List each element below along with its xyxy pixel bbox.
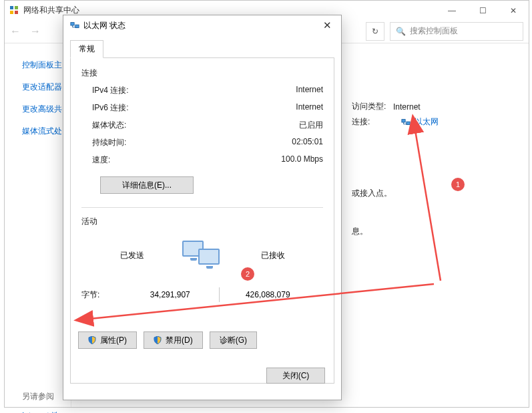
access-label: 访问类型: (352, 101, 393, 112)
shield-icon (154, 336, 162, 344)
tab-general[interactable]: 常规 (70, 40, 103, 58)
group-connection: 连接 (81, 67, 323, 79)
minimize-button[interactable]: — (437, 1, 467, 19)
bytes-label: 字节: (81, 289, 121, 301)
search-icon: 🔍 (396, 27, 406, 36)
received-label: 已接收 (229, 250, 316, 261)
access-row: 访问类型: Internet (352, 101, 529, 112)
duration-label: 持续时间: (92, 137, 126, 148)
connection-row: 连接: 以太网 (352, 116, 529, 128)
dialog-titlebar: 以太网 状态 ✕ (63, 15, 341, 35)
ipv4-label: IPv4 连接: (92, 85, 129, 96)
bg-window-controls: — ☐ ✕ (437, 1, 529, 19)
search-placeholder: 搜索控制面板 (410, 25, 458, 37)
ipv6-label: IPv6 连接: (92, 102, 129, 114)
ipv6-value: Internet (296, 102, 323, 114)
back-icon[interactable]: ← (10, 25, 21, 37)
close-button[interactable]: 关闭(C) (266, 368, 325, 384)
ethernet-small-icon (70, 21, 79, 30)
ethernet-icon (401, 118, 411, 127)
dialog-close-icon[interactable]: ✕ (317, 15, 337, 35)
media-label: 媒体状态: (92, 120, 126, 131)
maximize-button[interactable]: ☐ (467, 1, 498, 19)
refresh-button[interactable]: ↻ (366, 22, 384, 41)
disable-label: 禁用(D) (166, 335, 193, 346)
diagnose-button[interactable]: 诊断(G) (210, 331, 257, 349)
disable-button[interactable]: 禁用(D) (144, 331, 203, 349)
speed-value: 100.0 Mbps (281, 154, 323, 166)
svg-rect-6 (71, 23, 74, 25)
bg-title: 网络和共享中心 (23, 5, 79, 16)
hint-text-2: 息。 (352, 226, 529, 237)
row-speed: 速度:100.0 Mbps (92, 154, 323, 166)
duration-value: 02:05:01 (292, 137, 323, 148)
bytes-received: 426,088,079 (220, 290, 317, 299)
svg-rect-3 (15, 11, 18, 14)
row-ipv6: IPv6 连接:Internet (92, 102, 323, 114)
forward-icon[interactable]: → (30, 25, 41, 37)
media-value: 已启用 (299, 120, 323, 131)
access-value: Internet (393, 102, 421, 112)
close-window-button[interactable]: ✕ (498, 1, 529, 19)
properties-button[interactable]: 属性(P) (78, 331, 137, 349)
separator (81, 207, 323, 208)
sidebar: 控制面板主 更改适配器 更改高级共 媒体流式处 另请参阅 Internet 选 … (5, 47, 71, 407)
tabstrip: 常规 (63, 35, 341, 57)
activity-labels: 已发送 已接收 (88, 241, 316, 270)
nav-arrows: ← → (10, 25, 41, 37)
bytes-sent: 34,291,907 (121, 290, 219, 299)
dialog-title: 以太网 状态 (83, 20, 125, 31)
ethernet-link[interactable]: 以太网 (415, 116, 439, 128)
svg-rect-2 (10, 11, 13, 14)
bytes-row: 字节: 34,291,907 426,088,079 (81, 287, 316, 302)
activity-icon (182, 241, 222, 270)
search-input[interactable]: 🔍 搜索控制面板 (390, 22, 523, 41)
bottom-buttons: 属性(P) 禁用(D) 诊断(G) (78, 331, 257, 349)
properties-label: 属性(P) (100, 335, 127, 346)
diagnose-label: 诊断(G) (220, 335, 247, 346)
svg-rect-0 (10, 6, 13, 9)
row-duration: 持续时间:02:05:01 (92, 137, 323, 148)
conn-label: 连接: (352, 116, 393, 128)
see-also-internet[interactable]: Internet 选 (22, 410, 71, 413)
details-button[interactable]: 详细信息(E)... (100, 176, 194, 194)
row-media: 媒体状态:已启用 (92, 120, 323, 131)
svg-rect-4 (402, 119, 405, 122)
group-activity: 活动 (81, 216, 323, 227)
svg-rect-1 (15, 6, 18, 9)
row-ipv4: IPv4 连接:Internet (92, 85, 323, 96)
speed-label: 速度: (92, 154, 110, 166)
ipv4-value: Internet (296, 85, 323, 96)
ethernet-status-dialog: 以太网 状态 ✕ 常规 连接 IPv4 连接:Internet IPv6 连接:… (63, 15, 342, 400)
hint-text-1: 或接入点。 (352, 188, 529, 199)
shield-icon (88, 336, 96, 344)
network-center-icon (9, 5, 19, 15)
sent-label: 已发送 (88, 250, 176, 261)
